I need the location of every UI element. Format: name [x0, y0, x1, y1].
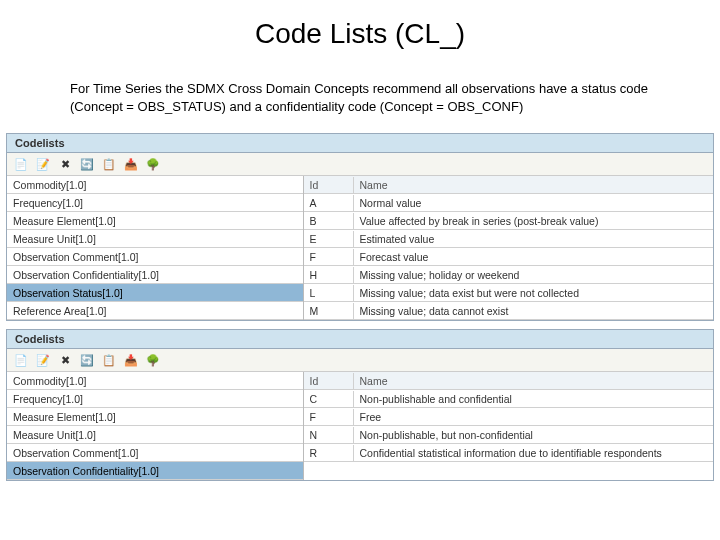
cell-name: Free — [354, 409, 713, 425]
table-row[interactable]: LMissing value; data exist but were not … — [304, 284, 713, 302]
table-header: IdName — [304, 372, 713, 390]
list-item[interactable]: Commodity[1.0] — [7, 176, 303, 194]
table-row[interactable]: NNon-publishable, but non-confidential — [304, 426, 713, 444]
list-item[interactable]: Measure Unit[1.0] — [7, 230, 303, 248]
cell-id: E — [304, 231, 354, 247]
table-row[interactable]: FForecast value — [304, 248, 713, 266]
cell-name: Forecast value — [354, 249, 713, 265]
cell-id: M — [304, 303, 354, 319]
cell-name: Confidential statistical information due… — [354, 445, 713, 461]
col-name: Name — [354, 177, 713, 193]
cell-id: N — [304, 427, 354, 443]
table-row[interactable]: HMissing value; holiday or weekend — [304, 266, 713, 284]
delete-icon[interactable]: ✖ — [57, 352, 73, 368]
edit-icon[interactable]: 📝 — [35, 156, 51, 172]
edit-icon[interactable]: 📝 — [35, 352, 51, 368]
codelists-panel-status: Codelists 📄📝✖🔄📋📥🌳 Commodity[1.0]Frequenc… — [6, 133, 714, 321]
paste-icon[interactable]: 📥 — [123, 156, 139, 172]
list-item[interactable]: Measure Element[1.0] — [7, 212, 303, 230]
delete-icon[interactable]: ✖ — [57, 156, 73, 172]
code-table: IdNameCNon-publishable and confidentialF… — [304, 372, 713, 480]
tree-icon[interactable]: 🌳 — [145, 352, 161, 368]
toolbar: 📄📝✖🔄📋📥🌳 — [7, 349, 713, 372]
cell-id: R — [304, 445, 354, 461]
new-icon[interactable]: 📄 — [13, 156, 29, 172]
list-item[interactable]: Observation Comment[1.0] — [7, 248, 303, 266]
table-header: IdName — [304, 176, 713, 194]
body-paragraph: For Time Series the SDMX Cross Domain Co… — [70, 80, 660, 115]
copy-icon[interactable]: 📋 — [101, 352, 117, 368]
cell-id: A — [304, 195, 354, 211]
codelist-list: Commodity[1.0]Frequency[1.0]Measure Elem… — [7, 176, 304, 320]
page-title: Code Lists (CL_) — [0, 18, 720, 50]
cell-name: Value affected by break in series (post-… — [354, 213, 713, 229]
list-item[interactable]: Observation Confidentiality[1.0] — [7, 266, 303, 284]
table-row[interactable]: BValue affected by break in series (post… — [304, 212, 713, 230]
cell-id: L — [304, 285, 354, 301]
cell-name: Non-publishable and confidential — [354, 391, 713, 407]
panel-header: Codelists — [7, 330, 713, 349]
table-row[interactable]: FFree — [304, 408, 713, 426]
list-item[interactable]: Observation Comment[1.0] — [7, 444, 303, 462]
cell-id: F — [304, 409, 354, 425]
list-item[interactable]: Measure Unit[1.0] — [7, 426, 303, 444]
table-row[interactable]: ANormal value — [304, 194, 713, 212]
list-item[interactable]: Commodity[1.0] — [7, 372, 303, 390]
table-row[interactable]: EEstimated value — [304, 230, 713, 248]
cell-id: B — [304, 213, 354, 229]
cell-name: Missing value; holiday or weekend — [354, 267, 713, 283]
list-item[interactable]: Measure Element[1.0] — [7, 408, 303, 426]
codelist-list: Commodity[1.0]Frequency[1.0]Measure Elem… — [7, 372, 304, 480]
cell-id: F — [304, 249, 354, 265]
cell-id: C — [304, 391, 354, 407]
list-item[interactable]: Observation Status[1.0] — [7, 284, 303, 302]
table-row[interactable]: MMissing value; data cannot exist — [304, 302, 713, 320]
toolbar: 📄📝✖🔄📋📥🌳 — [7, 153, 713, 176]
new-icon[interactable]: 📄 — [13, 352, 29, 368]
panel-header: Codelists — [7, 134, 713, 153]
list-item[interactable]: Reference Area[1.0] — [7, 302, 303, 320]
paste-icon[interactable]: 📥 — [123, 352, 139, 368]
cell-name: Estimated value — [354, 231, 713, 247]
list-item[interactable]: Observation Confidentiality[1.0] — [7, 462, 303, 480]
col-name: Name — [354, 373, 713, 389]
table-row[interactable]: RConfidential statistical information du… — [304, 444, 713, 462]
code-table: IdNameANormal valueBValue affected by br… — [304, 176, 713, 320]
table-row[interactable]: CNon-publishable and confidential — [304, 390, 713, 408]
refresh-icon[interactable]: 🔄 — [79, 352, 95, 368]
list-item[interactable]: Frequency[1.0] — [7, 194, 303, 212]
cell-name: Missing value; data cannot exist — [354, 303, 713, 319]
cell-name: Non-publishable, but non-confidential — [354, 427, 713, 443]
refresh-icon[interactable]: 🔄 — [79, 156, 95, 172]
cell-id: H — [304, 267, 354, 283]
codelists-panel-conf: Codelists 📄📝✖🔄📋📥🌳 Commodity[1.0]Frequenc… — [6, 329, 714, 481]
col-id: Id — [304, 373, 354, 389]
copy-icon[interactable]: 📋 — [101, 156, 117, 172]
col-id: Id — [304, 177, 354, 193]
list-item[interactable]: Frequency[1.0] — [7, 390, 303, 408]
cell-name: Missing value; data exist but were not c… — [354, 285, 713, 301]
cell-name: Normal value — [354, 195, 713, 211]
tree-icon[interactable]: 🌳 — [145, 156, 161, 172]
